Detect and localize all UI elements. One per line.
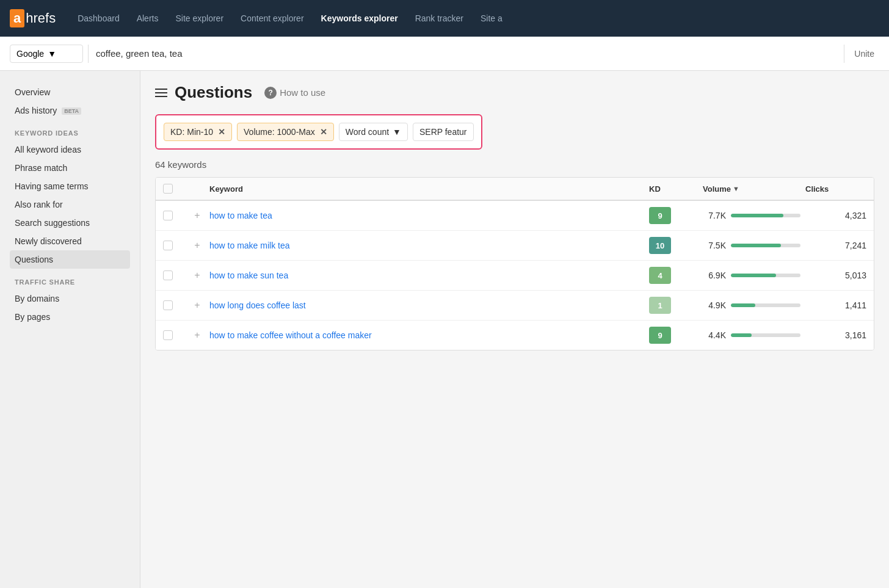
keywords-count: 64 keywords bbox=[155, 159, 874, 170]
kd-badge-1: 10 bbox=[649, 237, 671, 254]
row-checkbox-4[interactable] bbox=[163, 330, 185, 340]
sidebar-item-overview[interactable]: Overview bbox=[10, 83, 130, 101]
volume-bar-bg-4 bbox=[731, 333, 800, 337]
logo[interactable]: a hrefs bbox=[10, 9, 56, 27]
sidebar-item-having-same-terms[interactable]: Having same terms bbox=[10, 177, 130, 195]
table-row: + how to make coffee without a coffee ma… bbox=[156, 321, 874, 350]
volume-cell-2: 6.9K bbox=[703, 270, 800, 280]
volume-cell-1: 7.5K bbox=[703, 241, 800, 250]
volume-col-header[interactable]: Volume ▼ bbox=[703, 184, 800, 194]
logo-text: hrefs bbox=[26, 10, 56, 26]
clicks-cell-0: 4,321 bbox=[805, 211, 866, 220]
chevron-down-icon: ▼ bbox=[48, 49, 56, 59]
add-keyword-icon-4[interactable]: + bbox=[190, 330, 205, 341]
sidebar-item-search-suggestions[interactable]: Search suggestions bbox=[10, 214, 130, 232]
nav-rank-tracker[interactable]: Rank tracker bbox=[408, 9, 471, 28]
select-all-checkbox[interactable] bbox=[163, 184, 185, 194]
serp-features-label: SERP featur bbox=[419, 127, 467, 137]
nav-site-explorer[interactable]: Site explorer bbox=[168, 9, 231, 28]
sidebar-item-newly-discovered[interactable]: Newly discovered bbox=[10, 232, 130, 250]
sidebar: Overview Ads history BETA KEYWORD IDEAS … bbox=[0, 71, 140, 588]
sidebar-item-all-keyword-ideas[interactable]: All keyword ideas bbox=[10, 140, 130, 159]
add-keyword-icon-2[interactable]: + bbox=[190, 270, 205, 281]
add-keyword-icon-3[interactable]: + bbox=[190, 300, 205, 311]
search-input[interactable] bbox=[93, 46, 839, 61]
row-checkbox-1[interactable] bbox=[163, 241, 185, 250]
nav-alerts[interactable]: Alerts bbox=[129, 9, 166, 28]
how-to-use-label: How to use bbox=[280, 87, 325, 98]
beta-badge: BETA bbox=[62, 107, 81, 115]
volume-cell-4: 4.4K bbox=[703, 330, 800, 340]
page-title: Questions bbox=[175, 83, 252, 102]
clicks-cell-4: 3,161 bbox=[805, 330, 866, 340]
clicks-col-header: Clicks bbox=[805, 184, 866, 194]
volume-cell-0: 7.7K bbox=[703, 211, 800, 220]
keyword-link-0[interactable]: how to make tea bbox=[209, 211, 644, 220]
page-header: Questions ? How to use bbox=[155, 83, 874, 102]
clicks-cell-3: 1,411 bbox=[805, 300, 866, 310]
word-count-label: Word count bbox=[346, 127, 389, 137]
chevron-down-icon: ▼ bbox=[393, 127, 401, 137]
sidebar-item-by-domains[interactable]: By domains bbox=[10, 289, 130, 308]
sidebar-item-phrase-match[interactable]: Phrase match bbox=[10, 159, 130, 177]
search-bar: Google ▼ Unite bbox=[0, 37, 889, 71]
nav-content-explorer[interactable]: Content explorer bbox=[233, 9, 311, 28]
volume-bar-fill-3 bbox=[731, 303, 755, 307]
main-content: Questions ? How to use KD: Min-10 ✕ Volu… bbox=[140, 71, 889, 588]
table-row: + how long does coffee last 1 4.9K 1,411 bbox=[156, 291, 874, 321]
main-layout: Overview Ads history BETA KEYWORD IDEAS … bbox=[0, 71, 889, 588]
nav-keywords-explorer[interactable]: Keywords explorer bbox=[314, 9, 405, 28]
serp-features-filter[interactable]: SERP featur bbox=[413, 123, 474, 141]
volume-bar-fill-0 bbox=[731, 214, 783, 217]
header-checkbox[interactable] bbox=[163, 184, 173, 194]
how-to-use-button[interactable]: ? How to use bbox=[264, 87, 325, 99]
row-checkbox-3[interactable] bbox=[163, 300, 185, 310]
engine-select[interactable]: Google ▼ bbox=[10, 45, 83, 63]
volume-bar-bg-3 bbox=[731, 303, 800, 307]
help-icon: ? bbox=[264, 87, 277, 99]
word-count-filter[interactable]: Word count ▼ bbox=[339, 123, 408, 141]
volume-bar-bg-0 bbox=[731, 214, 800, 217]
keyword-link-4[interactable]: how to make coffee without a coffee make… bbox=[209, 330, 644, 340]
kd-filter-label: KD: Min-10 bbox=[170, 127, 213, 137]
row-checkbox-0[interactable] bbox=[163, 211, 185, 220]
row-checkbox-2[interactable] bbox=[163, 270, 185, 280]
table-row: + how to make sun tea 4 6.9K 5,013 bbox=[156, 261, 874, 291]
table-row: + how to make tea 9 7.7K 4,321 bbox=[156, 201, 874, 231]
sidebar-item-questions[interactable]: Questions bbox=[10, 250, 130, 269]
volume-filter-tag[interactable]: Volume: 1000-Max ✕ bbox=[237, 123, 334, 141]
volume-bar-bg-1 bbox=[731, 244, 800, 247]
volume-filter-remove[interactable]: ✕ bbox=[320, 127, 327, 137]
sidebar-item-by-pages[interactable]: By pages bbox=[10, 308, 130, 326]
keywords-table: Keyword KD Volume ▼ Clicks + how to make… bbox=[155, 177, 874, 350]
kd-badge-3: 1 bbox=[649, 297, 671, 314]
kd-filter-remove[interactable]: ✕ bbox=[218, 127, 225, 137]
logo-a: a bbox=[10, 9, 24, 27]
nav-items: Dashboard Alerts Site explorer Content e… bbox=[70, 9, 510, 28]
engine-label: Google bbox=[16, 49, 44, 59]
kd-badge-0: 9 bbox=[649, 207, 671, 224]
clicks-cell-2: 5,013 bbox=[805, 270, 866, 280]
kd-filter-tag[interactable]: KD: Min-10 ✕ bbox=[164, 123, 232, 141]
keyword-link-2[interactable]: how to make sun tea bbox=[209, 270, 644, 280]
clicks-cell-1: 7,241 bbox=[805, 241, 866, 250]
sidebar-item-also-rank-for[interactable]: Also rank for bbox=[10, 195, 130, 214]
volume-bar-fill-4 bbox=[731, 333, 752, 337]
keyword-link-3[interactable]: how long does coffee last bbox=[209, 300, 644, 310]
kd-col-header: KD bbox=[649, 184, 698, 194]
search-divider-2 bbox=[844, 45, 844, 63]
traffic-share-section-title: TRAFFIC SHARE bbox=[10, 269, 130, 289]
sidebar-item-ads-history[interactable]: Ads history BETA bbox=[10, 101, 130, 120]
keyword-col-header: Keyword bbox=[209, 184, 644, 194]
nav-dashboard[interactable]: Dashboard bbox=[70, 9, 127, 28]
volume-filter-label: Volume: 1000-Max bbox=[244, 127, 315, 137]
nav-site-audit[interactable]: Site a bbox=[473, 9, 510, 28]
add-keyword-icon-1[interactable]: + bbox=[190, 240, 205, 251]
volume-bar-fill-1 bbox=[731, 244, 781, 247]
keyword-link-1[interactable]: how to make milk tea bbox=[209, 241, 644, 250]
table-row: + how to make milk tea 10 7.5K 7,241 bbox=[156, 231, 874, 261]
add-keyword-icon-0[interactable]: + bbox=[190, 210, 205, 221]
menu-icon[interactable] bbox=[155, 89, 167, 97]
keyword-ideas-section-title: KEYWORD IDEAS bbox=[10, 120, 130, 140]
table-header: Keyword KD Volume ▼ Clicks bbox=[156, 178, 874, 201]
